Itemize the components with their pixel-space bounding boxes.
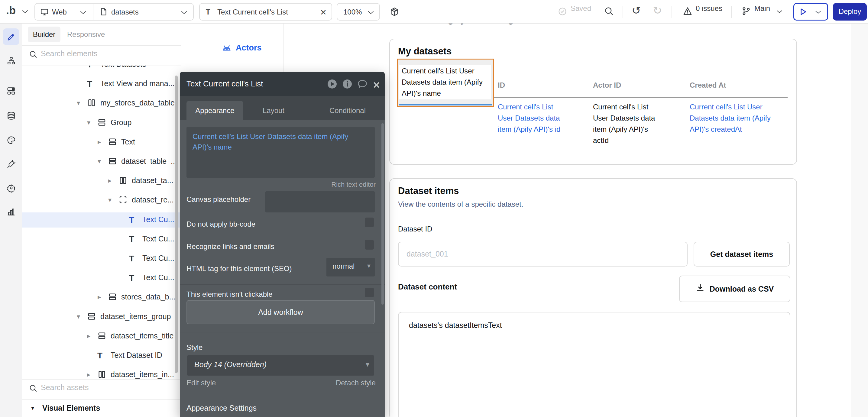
section-divider bbox=[180, 284, 385, 285]
chevron-down-icon[interactable]: ▾ bbox=[98, 157, 101, 165]
chevron-down-icon[interactable]: ▾ bbox=[108, 196, 112, 204]
html-tag-dropdown[interactable]: normal ▾ bbox=[327, 258, 375, 277]
detach-style-link[interactable]: Detach style bbox=[336, 379, 376, 387]
chevron-right-icon[interactable]: ▸ bbox=[98, 293, 101, 301]
chevron-down-icon[interactable]: ▾ bbox=[31, 404, 34, 412]
add-workflow-button[interactable]: Add workflow bbox=[186, 300, 375, 324]
issues-count[interactable]: 0 issues bbox=[696, 4, 722, 13]
branch-selector[interactable]: Main bbox=[754, 4, 770, 13]
page-icon bbox=[99, 7, 108, 18]
search-icon[interactable] bbox=[604, 6, 614, 18]
search-elements-placeholder: Search elements bbox=[41, 49, 98, 58]
inspector-scrollbar[interactable] bbox=[381, 123, 384, 304]
search-assets-field[interactable]: Search assets bbox=[22, 380, 181, 399]
tree-scrollbar[interactable] bbox=[175, 75, 178, 373]
tree-item[interactable]: ▸Text bbox=[22, 135, 181, 150]
open-element-tab[interactable]: T Text Current cell's List ✕ bbox=[199, 3, 332, 21]
bubble-logo[interactable]: .b bbox=[6, 4, 16, 17]
tab-appearance[interactable]: Appearance bbox=[186, 101, 243, 120]
undo-icon[interactable]: ↺ bbox=[632, 4, 641, 17]
tab-layout[interactable]: Layout bbox=[254, 101, 293, 120]
tree-item[interactable]: ▾Group bbox=[22, 116, 181, 131]
tree-item[interactable]: ▸dataset_items_title bbox=[22, 329, 181, 344]
selected-element-highlight[interactable]: Current cell's List User Datasets data i… bbox=[397, 59, 494, 107]
inspector-header[interactable]: Text Current cell's List ✕ bbox=[180, 72, 385, 96]
chevron-right-icon[interactable]: ▸ bbox=[98, 138, 101, 146]
gear-icon[interactable] bbox=[3, 180, 19, 196]
card-title: My datasets bbox=[398, 46, 452, 57]
tree-item[interactable]: ▸stores_data_b... bbox=[22, 290, 181, 305]
tree-item-label: dataset_ta... bbox=[132, 176, 174, 185]
tree-item[interactable]: ▾my_stores_data_table bbox=[22, 96, 181, 111]
saved-check-icon bbox=[558, 7, 567, 18]
page-selector[interactable]: datasets bbox=[111, 8, 139, 16]
rich-text-editor-link[interactable]: Rich text editor bbox=[331, 181, 376, 189]
chevron-down-icon[interactable]: ▾ bbox=[77, 313, 80, 321]
chevron-down-icon[interactable] bbox=[22, 10, 28, 14]
tab-responsive[interactable]: Responsive bbox=[67, 27, 105, 42]
chevron-right-icon[interactable]: ▸ bbox=[87, 371, 90, 379]
visual-elements-section[interactable]: Visual Elements bbox=[42, 404, 100, 413]
rows-element-icon bbox=[87, 312, 97, 322]
play-icon[interactable] bbox=[327, 78, 338, 90]
bbcode-checkbox[interactable] bbox=[365, 218, 374, 227]
chart-icon[interactable] bbox=[3, 203, 19, 220]
tree-item[interactable]: TText Cu... bbox=[22, 270, 181, 286]
chevron-down-icon[interactable] bbox=[80, 10, 87, 15]
download-csv-button[interactable]: Download as CSV bbox=[679, 276, 790, 302]
tree-item[interactable]: ▾dataset_items_group bbox=[22, 310, 181, 324]
search-elements-field[interactable]: Search elements bbox=[22, 45, 181, 66]
chevron-down-icon[interactable]: ▾ bbox=[87, 119, 90, 127]
links-emails-checkbox[interactable] bbox=[365, 240, 374, 250]
plug-icon[interactable] bbox=[3, 156, 19, 172]
preview-button[interactable] bbox=[793, 3, 828, 21]
tree-item[interactable]: ▸dataset_ta... bbox=[22, 173, 181, 189]
deploy-button[interactable]: Deploy bbox=[833, 3, 867, 21]
zoom-selector[interactable]: 100% bbox=[337, 3, 380, 21]
chevron-down-icon[interactable] bbox=[815, 10, 822, 14]
canvas-placeholder-input[interactable] bbox=[266, 191, 375, 213]
tree-item[interactable]: ▸dataset_items_in... bbox=[22, 367, 181, 379]
chevron-right-icon[interactable]: ▸ bbox=[87, 332, 90, 340]
package-icon[interactable] bbox=[389, 7, 400, 18]
database-icon[interactable] bbox=[3, 107, 19, 124]
close-icon[interactable]: ✕ bbox=[320, 8, 327, 17]
chevron-down-icon[interactable] bbox=[776, 10, 783, 14]
table-cell-id[interactable]: Current cell's List User Datasets data i… bbox=[498, 101, 569, 135]
text-expression-editor[interactable]: Current cell's List User Datasets data i… bbox=[186, 127, 375, 178]
tree-item[interactable]: TText Datasets bbox=[22, 66, 181, 72]
device-selector[interactable]: Web bbox=[52, 8, 67, 16]
table-cell-created-at[interactable]: Current cell's List User Datasets data i… bbox=[690, 101, 790, 135]
redo-icon[interactable]: ↻ bbox=[653, 4, 662, 17]
components-icon[interactable] bbox=[3, 83, 19, 99]
table-cell-name[interactable]: Current cell's List User Datasets data i… bbox=[399, 65, 491, 99]
dataset-id-input[interactable]: dataset_001 bbox=[398, 242, 688, 266]
tree-item[interactable]: TText View and mana... bbox=[22, 76, 181, 92]
dataset-id-placeholder: dataset_001 bbox=[406, 250, 448, 258]
pencil-icon[interactable] bbox=[3, 28, 19, 45]
sitemap-icon[interactable] bbox=[3, 52, 19, 69]
tree-item[interactable]: TText Cu... bbox=[22, 232, 181, 247]
chevron-right-icon[interactable]: ▸ bbox=[108, 177, 112, 185]
close-icon[interactable]: ✕ bbox=[373, 80, 383, 91]
table-cell-actor-id[interactable]: Current cell's List User Datasets data i… bbox=[593, 101, 664, 146]
tab-builder[interactable]: Builder bbox=[28, 27, 60, 42]
tab-conditional[interactable]: Conditional bbox=[320, 101, 375, 120]
info-icon[interactable] bbox=[342, 78, 353, 90]
style-dropdown[interactable]: Body 14 (Overridden) ▾ bbox=[187, 355, 374, 376]
comment-icon[interactable] bbox=[357, 78, 368, 90]
tree-item[interactable]: TText Cu... bbox=[22, 251, 181, 266]
tree-item[interactable]: ▾dataset_re... bbox=[22, 193, 181, 208]
edit-style-link[interactable]: Edit style bbox=[186, 379, 216, 387]
my-datasets-card: My datasets All your available datasets.… bbox=[389, 39, 797, 165]
tree-item[interactable]: TText Dataset ID bbox=[22, 348, 181, 363]
get-dataset-items-button[interactable]: Get dataset items bbox=[693, 242, 790, 266]
columns-element-icon bbox=[97, 370, 107, 379]
tree-item[interactable]: ▾dataset_table_... bbox=[22, 154, 181, 169]
chevron-down-icon[interactable] bbox=[181, 10, 187, 15]
not-clickable-checkbox[interactable] bbox=[365, 288, 374, 297]
open-tab-label: Text Current cell's List bbox=[217, 8, 288, 16]
tree-item[interactable]: TText Cu... bbox=[22, 213, 181, 228]
chevron-down-icon[interactable]: ▾ bbox=[77, 99, 80, 107]
palette-icon[interactable] bbox=[3, 132, 19, 148]
